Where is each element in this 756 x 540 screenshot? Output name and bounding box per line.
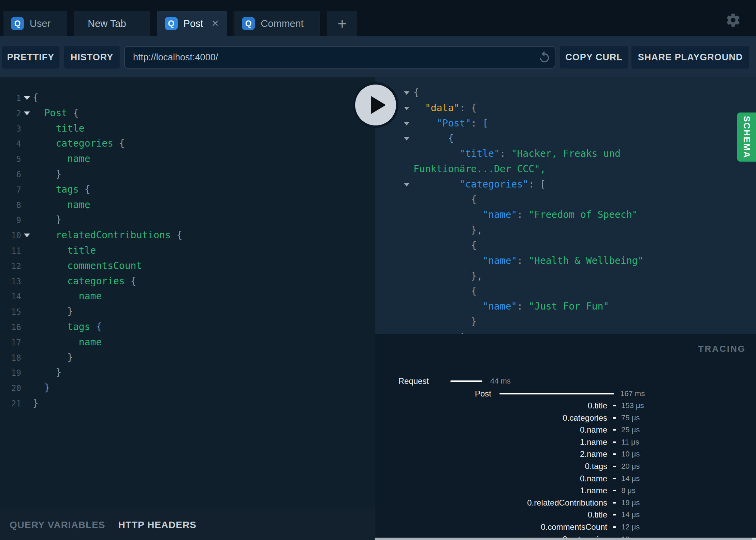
response-line: "Post": [ (375, 116, 756, 131)
collapse-arrow-icon[interactable] (404, 107, 409, 110)
code-token: { (79, 184, 90, 195)
code-token: } (33, 352, 73, 363)
line-number: 20 (0, 381, 21, 396)
tracing-row: 0.commentsCount12 μs (375, 522, 756, 532)
tracing-row: 0.tags20 μs (375, 461, 756, 472)
tab-comment[interactable]: QComment (234, 11, 320, 36)
editor-line: 16 tags { (0, 319, 375, 335)
trace-duration-bar (613, 429, 616, 431)
fold-gutter (21, 106, 33, 121)
line-number: 16 (0, 320, 21, 335)
copy-curl-button[interactable]: COPY CURL (560, 46, 628, 69)
tab-post[interactable]: QPost✕ (157, 11, 228, 36)
tab-label: New Tab (88, 18, 126, 29)
line-number: 11 (0, 243, 21, 259)
code-token (33, 123, 56, 134)
trace-label: 0.relatedContributions (527, 497, 607, 508)
trace-label: 0.name (580, 473, 607, 484)
line-number: 2 (0, 106, 21, 121)
collapse-arrow-icon[interactable] (404, 137, 409, 140)
code-token: name (67, 199, 90, 210)
code-token (33, 138, 56, 149)
code-token: } (33, 214, 61, 225)
code-token: categories (67, 275, 125, 287)
code-token (33, 229, 56, 241)
response-line: { (375, 192, 756, 208)
code-token: { (67, 107, 79, 119)
code-token: categories (56, 138, 113, 149)
prettify-button[interactable]: PRETTIFY (2, 46, 59, 69)
code-token: : (517, 209, 528, 220)
line-number: 14 (0, 289, 21, 304)
collapse-arrow-icon[interactable] (404, 91, 409, 95)
trace-value: 44 ms (490, 376, 511, 387)
trace-value: 75 μs (621, 412, 640, 423)
url-input[interactable] (124, 46, 555, 69)
code-token: name (79, 336, 102, 348)
trace-duration-bar (613, 478, 616, 479)
execute-button[interactable] (353, 82, 398, 128)
editor-line: 5 name (0, 151, 375, 167)
reload-icon[interactable] (538, 50, 551, 64)
code-token: tags (67, 321, 90, 332)
close-tab-icon[interactable]: ✕ (212, 19, 219, 28)
history-button[interactable]: HISTORY (64, 46, 120, 69)
code-token: tags (56, 184, 78, 195)
tracing-scrollbar[interactable] (375, 538, 756, 540)
tab-new-tab[interactable]: New Tab (74, 11, 150, 36)
code-token: : (500, 148, 511, 159)
response-line: Funktionäre...Der CCC", (375, 162, 756, 177)
line-number: 7 (0, 182, 21, 198)
tracing-panel[interactable]: TRACING Request44 msPost167 ms0.title153… (375, 334, 756, 540)
query-variables-tab[interactable]: QUERY VARIABLES (10, 520, 105, 530)
line-number: 3 (0, 121, 21, 137)
fold-arrow-icon[interactable] (24, 96, 30, 100)
editor-line: 13 categories { (0, 274, 375, 289)
trace-duration-bar (613, 490, 616, 491)
collapse-arrow-icon[interactable] (404, 183, 409, 186)
fold-arrow-icon[interactable] (24, 234, 30, 237)
http-headers-tab[interactable]: HTTP HEADERS (118, 520, 197, 530)
code-token: { (413, 87, 419, 98)
tab-label: Post (184, 18, 203, 29)
editor-line: 12 commentsCount (0, 258, 375, 274)
line-number: 15 (0, 304, 21, 320)
tracing-row: 0.name14 μs (375, 473, 756, 484)
fold-arrow-icon[interactable] (24, 111, 30, 115)
editor-line: 6 } (0, 167, 375, 182)
trace-label: 1.name (580, 485, 607, 496)
trace-value: 167 ms (620, 388, 645, 399)
trace-label: 0.name (580, 424, 607, 435)
code-token (33, 107, 44, 119)
code-token: } (33, 168, 61, 180)
schema-tab-button[interactable]: SCHEMA (737, 112, 756, 162)
code-token: { (90, 321, 102, 332)
response-line: { (375, 85, 756, 101)
response-line: "name": "Health & Wellbeing" (375, 253, 756, 269)
code-token: "name" (482, 301, 517, 312)
play-icon (371, 96, 386, 114)
code-token (413, 301, 482, 312)
collapse-arrow-icon[interactable] (404, 122, 409, 125)
tab-label: User (30, 18, 50, 29)
query-editor[interactable]: 1{2 Post {3 title4 categories {5 name6 }… (0, 77, 375, 540)
response-line: { (375, 131, 756, 146)
trace-duration-bar (613, 466, 616, 467)
trace-label: 0.tags (585, 461, 607, 472)
query-badge-icon: Q (165, 17, 178, 30)
trace-label: 2.name (580, 449, 607, 460)
code-token: : [ (528, 179, 546, 190)
new-tab-button[interactable]: + (327, 11, 357, 36)
settings-gear-icon[interactable] (725, 12, 741, 28)
tracing-row: 2.name10 μs (375, 449, 756, 460)
code-token: relatedContributions (56, 229, 171, 241)
code-token: "categories" (460, 179, 528, 190)
trace-duration-bar (613, 526, 616, 528)
tab-label: Comment (261, 18, 304, 29)
share-playground-button[interactable]: SHARE PLAYGROUND (631, 46, 749, 69)
editor-line: 21} (0, 396, 375, 411)
response-line: { (375, 238, 756, 253)
code-token: } (33, 367, 61, 378)
tab-user[interactable]: QUser (3, 11, 67, 36)
line-number: 18 (0, 350, 21, 366)
